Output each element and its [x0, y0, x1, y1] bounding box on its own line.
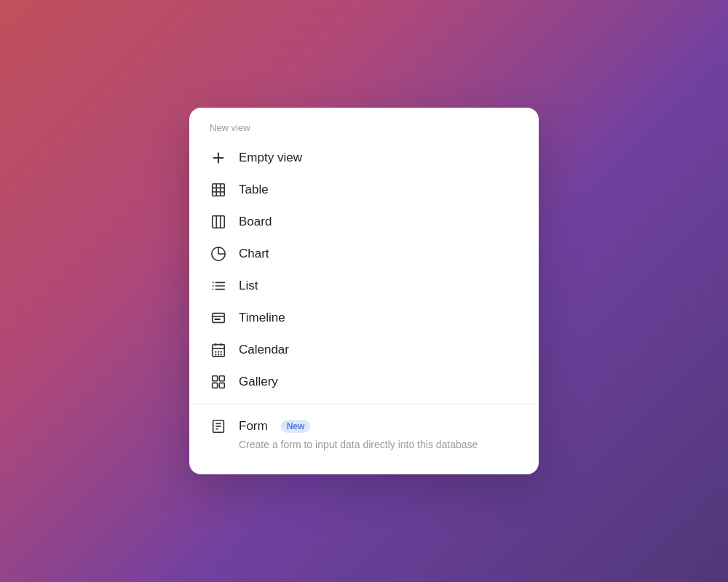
new-badge: New [281, 420, 311, 433]
menu-item-chart[interactable]: Chart [189, 238, 539, 270]
new-view-popup: New view Empty view Table [189, 108, 539, 474]
table-icon [210, 181, 227, 199]
svg-rect-30 [219, 376, 224, 381]
menu-item-board-label: Board [239, 215, 272, 229]
plus-icon [210, 149, 227, 167]
form-description: Create a form to input data directly int… [239, 438, 518, 453]
svg-point-15 [213, 289, 214, 290]
menu-item-empty-view[interactable]: Empty view [189, 142, 539, 174]
form-icon [210, 418, 227, 435]
form-section-top: Form New [210, 418, 518, 435]
menu-item-form[interactable]: Form New Create a form to input data dir… [189, 410, 539, 460]
svg-point-13 [213, 282, 214, 284]
popup-title: New view [189, 122, 539, 142]
menu-item-list[interactable]: List [189, 270, 539, 302]
chart-icon [210, 245, 227, 263]
menu-item-calendar[interactable]: Calendar [189, 334, 539, 366]
svg-point-14 [213, 285, 214, 287]
svg-rect-16 [213, 314, 225, 323]
menu-item-timeline-label: Timeline [239, 311, 285, 325]
svg-rect-7 [213, 216, 225, 228]
menu-item-gallery[interactable]: Gallery [189, 366, 539, 398]
menu-item-board[interactable]: Board [189, 206, 539, 238]
menu-item-chart-label: Chart [239, 247, 269, 261]
menu-item-list-label: List [239, 279, 258, 293]
timeline-icon [210, 309, 227, 327]
menu-item-table[interactable]: Table [189, 174, 539, 206]
menu-item-timeline[interactable]: Timeline [189, 302, 539, 334]
board-icon [210, 213, 227, 231]
menu-divider [189, 404, 539, 404]
menu-item-form-label: Form [239, 419, 268, 434]
svg-rect-2 [213, 184, 225, 196]
gallery-icon [210, 373, 227, 391]
svg-rect-31 [213, 383, 218, 388]
svg-rect-32 [219, 383, 224, 388]
menu-item-empty-view-label: Empty view [239, 151, 302, 165]
menu-item-calendar-label: Calendar [239, 343, 289, 357]
svg-rect-29 [213, 376, 218, 381]
calendar-icon [210, 341, 227, 359]
menu-item-gallery-label: Gallery [239, 375, 278, 389]
menu-item-table-label: Table [239, 183, 269, 197]
list-icon [210, 277, 227, 295]
